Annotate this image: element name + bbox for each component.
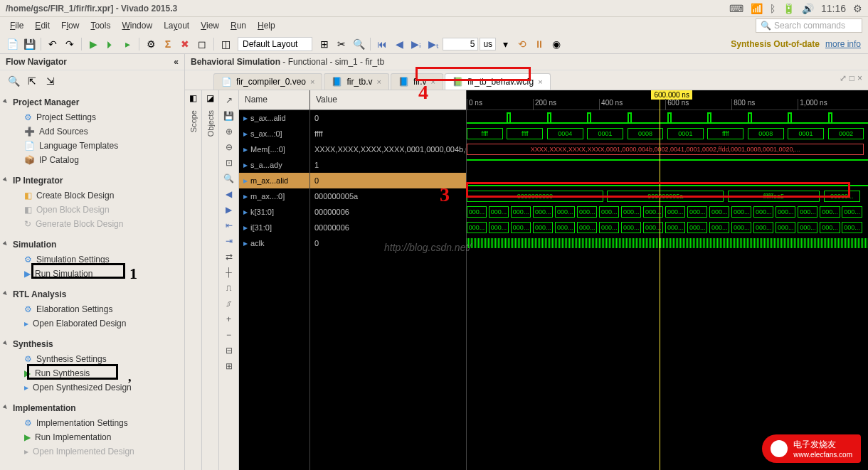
scope-panel[interactable]: ◧ Scope	[185, 90, 202, 470]
stop-icon[interactable]: ▸	[120, 36, 135, 52]
signal-name[interactable]: ▸ m_ax...:0]	[239, 188, 309, 204]
prev-icon[interactable]: ◀	[391, 36, 407, 52]
swap-icon[interactable]: ⇄	[222, 250, 236, 264]
tree-section-synthesis[interactable]: Synthesis	[0, 336, 184, 352]
add-icon[interactable]: +	[222, 312, 236, 326]
more-info-link[interactable]: more info	[825, 39, 864, 49]
signal-name[interactable]: ▸ s_a...ady	[239, 157, 309, 173]
tree-item-run-simulation[interactable]: ▶Run Simulation	[0, 267, 184, 281]
tab-fir_tb_behav-wcfg[interactable]: 📗fir_tb_behav.wcfg×	[445, 73, 551, 90]
maximize-icon[interactable]: □	[850, 73, 854, 83]
dropdown-icon[interactable]: ▾	[497, 36, 513, 52]
undo-icon[interactable]: ↶	[45, 36, 60, 52]
signal-name[interactable]: ▸ i[31:0]	[239, 220, 309, 235]
tab-fir-v[interactable]: 📘fir.v×	[391, 73, 443, 90]
signal-name[interactable]: ▸ k[31:0]	[239, 204, 309, 220]
menu-help[interactable]: Help	[253, 19, 280, 32]
remove-icon[interactable]: −	[222, 328, 236, 342]
step-icon[interactable]: ▶ᵢ	[408, 36, 424, 52]
layout-icon[interactable]: ◫	[218, 36, 233, 52]
waveform-canvas[interactable]: 600.000 ns0 ns200 ns400 ns600 ns800 ns1,…	[467, 90, 868, 470]
pin-icon[interactable]: «	[174, 57, 179, 67]
restart-icon[interactable]: ⟲	[514, 36, 530, 52]
signal-name[interactable]: ▸ aclk	[239, 235, 309, 251]
clip-icon[interactable]: ✂	[334, 36, 349, 52]
first-icon[interactable]: ⏮	[374, 36, 390, 52]
waveform-viewer[interactable]: Name ▸ s_ax...alid▸ s_ax...:0]▸ Mem[...:…	[239, 90, 868, 470]
prev-tr-icon[interactable]: ⇤	[222, 218, 236, 233]
play2-icon[interactable]: ⏵	[102, 36, 118, 52]
menu-file[interactable]: File	[6, 19, 28, 32]
tree-item-run-implementation[interactable]: ▶Run Implementation	[0, 430, 184, 444]
run-time-input[interactable]	[443, 38, 478, 50]
find-icon[interactable]: 🔍	[351, 36, 366, 52]
command-search[interactable]: 🔍 Search commands	[756, 18, 862, 33]
tree-item-create-block-design[interactable]: ◧Create Block Design	[0, 188, 184, 203]
add-marker-icon[interactable]: ┼	[222, 265, 236, 279]
save-wave-icon[interactable]: 💾	[222, 109, 236, 123]
sigma-icon[interactable]: Σ	[160, 36, 176, 52]
collapse-icon[interactable]: ⇱	[24, 73, 40, 89]
next-edge-icon[interactable]: ▶	[222, 203, 236, 217]
cancel-icon[interactable]: ✖	[177, 36, 193, 52]
close-icon[interactable]: ×	[538, 78, 542, 86]
new-icon[interactable]: 📄	[4, 36, 20, 52]
prev-edge-icon[interactable]: ◀	[222, 187, 236, 201]
time-unit-combo[interactable]: us	[480, 38, 496, 50]
tree-item-run-synthesis[interactable]: ▶Run Synthesis	[0, 366, 184, 380]
signal-name[interactable]: ▸ m_ax...alid	[239, 173, 309, 188]
break-icon[interactable]: ◉	[549, 36, 564, 52]
menu-flow[interactable]: Flow	[57, 19, 83, 32]
window-icon[interactable]: ⊞	[317, 36, 332, 52]
pause-icon[interactable]: ⏸	[531, 36, 547, 52]
tree-section-rtl-analysis[interactable]: RTL Analysis	[0, 287, 184, 302]
objects-panel[interactable]: ◪ Objects	[202, 90, 219, 470]
close-icon[interactable]: ×	[431, 78, 435, 86]
tree-item-implementation-settings[interactable]: ⚙Implementation Settings	[0, 416, 184, 430]
menu-edit[interactable]: Edit	[31, 19, 54, 32]
zoom-fit-icon[interactable]: ⊡	[222, 156, 236, 170]
tree-section-simulation[interactable]: Simulation	[0, 237, 184, 252]
goto-icon[interactable]: ↗	[222, 93, 236, 107]
tree-item-ip-catalog[interactable]: 📦IP Catalog	[0, 153, 184, 167]
tree-item-elaboration-settings[interactable]: ⚙Elaboration Settings	[0, 302, 184, 316]
tab-fir_compiler_0-veo[interactable]: 📄fir_compiler_0.veo×	[213, 73, 322, 90]
menu-window[interactable]: Window	[117, 19, 157, 32]
ungroup-icon[interactable]: ⊞	[222, 359, 236, 373]
falling-icon[interactable]: ⎎	[222, 297, 236, 311]
zoom-out-icon[interactable]: ⊖	[222, 140, 236, 154]
tree-item-open-elaborated-design[interactable]: ▸Open Elaborated Design	[0, 316, 184, 331]
tree-item-simulation-settings[interactable]: ⚙Simulation Settings	[0, 252, 184, 267]
tree-section-implementation[interactable]: Implementation	[0, 400, 184, 416]
restore-icon[interactable]: ⤢	[840, 73, 847, 83]
play-icon[interactable]: ▶	[85, 36, 101, 52]
group-icon[interactable]: ⊟	[222, 343, 236, 358]
tree-section-ip-integrator[interactable]: IP Integrator	[0, 173, 184, 188]
search-icon[interactable]: 🔍	[6, 73, 21, 89]
redo-icon[interactable]: ↷	[62, 36, 78, 52]
signal-name[interactable]: ▸ s_ax...:0]	[239, 126, 309, 141]
menu-view[interactable]: View	[196, 19, 223, 32]
tree-section-project-manager[interactable]: Project Manager	[0, 95, 184, 110]
tree-item-language-templates[interactable]: 📄Language Templates	[0, 139, 184, 153]
next-tr-icon[interactable]: ⇥	[222, 234, 236, 248]
close-icon[interactable]: ×	[377, 78, 381, 86]
layout-combo[interactable]: Default Layout	[238, 37, 312, 51]
tree-item-open-synthesized-design[interactable]: ▸Open Synthesized Design	[0, 380, 184, 395]
settings-icon[interactable]: ⚙	[853, 3, 862, 14]
close-panel-icon[interactable]: ×	[857, 73, 862, 83]
box-icon[interactable]: ◻	[194, 36, 210, 52]
zoom-in-icon[interactable]: ⊕	[222, 124, 236, 139]
close-icon[interactable]: ×	[310, 78, 314, 86]
menu-run[interactable]: Run	[226, 19, 250, 32]
settings-icon[interactable]: ⚙	[143, 36, 159, 52]
tab-fir_tb-v[interactable]: 📘fir_tb.v×	[324, 73, 388, 90]
zoom-cursor-icon[interactable]: 🔍	[222, 171, 236, 186]
signal-name[interactable]: ▸ s_ax...alid	[239, 110, 309, 126]
tree-item-add-sources[interactable]: ➕Add Sources	[0, 124, 184, 139]
tree-item-synthesis-settings[interactable]: ⚙Synthesis Settings	[0, 352, 184, 366]
run-for-icon[interactable]: ▶ₜ	[425, 36, 441, 52]
cursor-line[interactable]	[660, 90, 660, 470]
menu-layout[interactable]: Layout	[159, 19, 194, 32]
rising-icon[interactable]: ⎍	[222, 281, 236, 295]
